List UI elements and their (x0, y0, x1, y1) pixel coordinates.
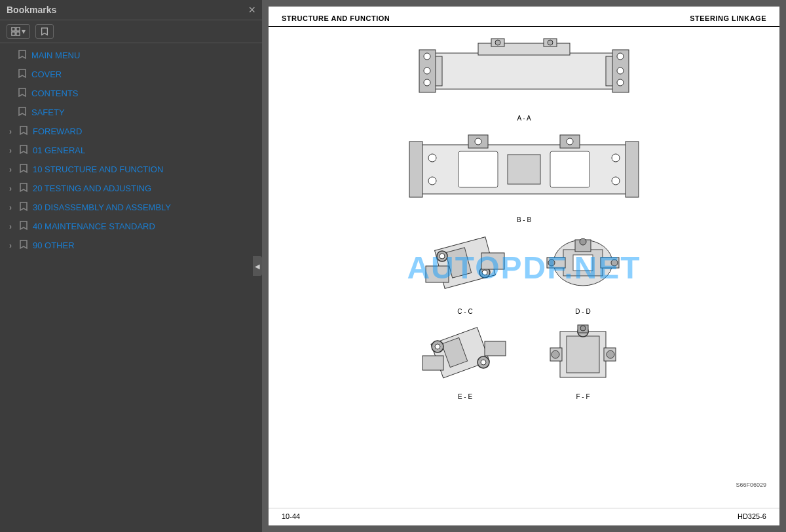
diagram-bb-label: B - B (517, 216, 531, 223)
svg-point-12 (617, 53, 624, 60)
diagram-cc: C - C (413, 230, 517, 315)
diagram-aa: A - A (413, 33, 635, 122)
svg-point-37 (440, 254, 445, 259)
bookmark-view-button[interactable] (35, 24, 54, 39)
document-page: STRUCTURE AND FUNCTION STEERING LINKAGE … (269, 7, 779, 525)
bookmark-label-10-structure: 10 STRUCTURE AND FUNCTION (33, 164, 163, 174)
bookmark-item-01-general[interactable]: ›01 GENERAL (0, 141, 262, 160)
svg-point-26 (428, 154, 436, 162)
svg-point-19 (548, 40, 553, 45)
svg-point-33 (567, 138, 573, 145)
diagram-row-4: E - E F - F (413, 322, 635, 400)
bookmark-item-30-disassembly[interactable]: ›30 DISASSEMBLY AND ASSEMBLY (0, 198, 262, 217)
expand-icon-10-structure[interactable]: › (7, 165, 14, 174)
diagram-dd-label: D - D (575, 308, 590, 315)
svg-point-32 (475, 138, 481, 145)
doc-footer: 10-44 HD325-6 (269, 508, 779, 525)
expand-icon-90-other[interactable]: › (7, 241, 14, 250)
svg-point-29 (612, 177, 620, 185)
svg-rect-4 (432, 53, 616, 89)
expand-icon-01-general[interactable]: › (7, 146, 14, 155)
expand-icon-foreward[interactable]: › (7, 127, 14, 136)
diagram-ff: F - F (531, 322, 635, 400)
svg-rect-22 (626, 142, 639, 197)
svg-rect-57 (422, 356, 443, 370)
diagram-ee-svg (413, 322, 517, 390)
svg-rect-1 (16, 28, 20, 31)
svg-point-66 (552, 351, 559, 358)
bookmark-label-30-disassembly: 30 DISASSEMBLY AND ASSEMBLY (33, 202, 171, 212)
svg-point-9 (424, 67, 430, 74)
bookmark-icon-contents (17, 87, 28, 100)
bookmark-icon-40-maintenance (18, 220, 29, 233)
bookmark-item-main-menu[interactable]: MAIN MENU (0, 46, 262, 65)
diagram-bb: B - B (406, 128, 642, 223)
bookmark-item-20-testing[interactable]: ›20 TESTING AND ADJUSTING (0, 179, 262, 198)
svg-point-49 (548, 259, 555, 266)
svg-point-18 (495, 40, 500, 45)
bookmark-icon-30-disassembly (18, 201, 29, 214)
bookmark-label-foreward: FOREWARD (33, 126, 82, 136)
svg-point-50 (611, 259, 618, 266)
diagram-bb-svg (406, 128, 642, 214)
page-number: 10-44 (282, 512, 300, 520)
svg-point-8 (424, 53, 430, 60)
ref-number: S66F06029 (736, 482, 766, 488)
svg-point-13 (617, 67, 624, 74)
expand-icon-40-maintenance[interactable]: › (7, 222, 14, 231)
svg-rect-60 (567, 336, 599, 373)
expand-icon-20-testing[interactable]: › (7, 184, 14, 193)
diagram-cc-label: C - C (457, 308, 472, 315)
sidebar: Bookmarks × ▾ MAIN MENUCOVERCONTENTSSAFE… (0, 0, 262, 532)
diagram-ee-label: E - E (458, 393, 472, 400)
svg-rect-41 (481, 253, 504, 269)
bookmark-item-40-maintenance[interactable]: ›40 MAINTENANCE STANDARD (0, 217, 262, 236)
svg-rect-2 (12, 32, 15, 35)
svg-rect-3 (16, 32, 20, 35)
svg-point-28 (612, 154, 620, 162)
expand-view-button[interactable]: ▾ (7, 24, 30, 39)
svg-rect-40 (426, 266, 449, 282)
bookmark-icon (40, 27, 49, 36)
svg-point-63 (580, 326, 586, 331)
diagram-row-3: C - C (413, 230, 635, 315)
bookmark-item-contents[interactable]: CONTENTS (0, 84, 262, 103)
collapse-sidebar-button[interactable] (253, 256, 262, 276)
bookmark-item-10-structure[interactable]: ›10 STRUCTURE AND FUNCTION (0, 160, 262, 179)
svg-rect-58 (485, 341, 506, 356)
bookmark-icon-01-general (18, 144, 29, 157)
bookmark-item-foreward[interactable]: ›FOREWARD (0, 122, 262, 141)
bookmark-item-cover[interactable]: COVER (0, 65, 262, 84)
diagram-aa-svg (413, 33, 635, 112)
svg-rect-44 (573, 255, 593, 271)
bookmark-label-90-other: 90 OTHER (33, 240, 75, 250)
svg-rect-25 (508, 155, 540, 184)
svg-point-56 (481, 360, 486, 365)
grid-icon (11, 27, 20, 36)
bookmark-item-safety[interactable]: SAFETY (0, 103, 262, 122)
diagram-dd: D - D (531, 230, 635, 315)
svg-point-54 (435, 344, 440, 349)
bookmark-icon-20-testing (18, 182, 29, 195)
diagram-dd-svg (531, 230, 635, 305)
bookmark-label-main-menu: MAIN MENU (31, 50, 80, 60)
svg-point-67 (607, 351, 614, 358)
close-button[interactable]: × (248, 4, 255, 16)
model-number: HD325-6 (738, 512, 766, 520)
header-right: STEERING LINKAGE (690, 14, 766, 22)
svg-rect-23 (458, 151, 498, 187)
svg-point-10 (424, 79, 430, 86)
bookmark-label-01-general: 01 GENERAL (33, 145, 85, 155)
sidebar-toolbar: ▾ (0, 20, 262, 43)
svg-rect-24 (550, 151, 590, 187)
bookmark-icon-foreward (18, 125, 29, 138)
bookmark-label-20-testing: 20 TESTING AND ADJUSTING (33, 183, 151, 193)
bookmark-icon-10-structure (18, 163, 29, 176)
bookmark-icon-safety (17, 106, 28, 119)
diagram-row-2: B - B (406, 128, 642, 223)
bookmark-item-90-other[interactable]: ›90 OTHER (0, 236, 262, 255)
bookmark-label-contents: CONTENTS (31, 88, 79, 98)
bookmark-label-40-maintenance: 40 MAINTENANCE STANDARD (33, 221, 155, 231)
doc-body: AUTOPDF.NET (269, 27, 779, 508)
expand-icon-30-disassembly[interactable]: › (7, 203, 14, 212)
